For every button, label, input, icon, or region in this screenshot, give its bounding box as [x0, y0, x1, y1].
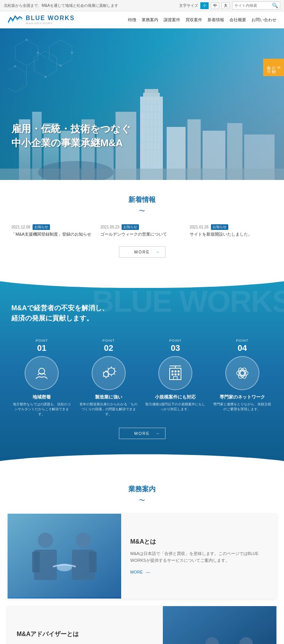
- svg-marker-3: [49, 40, 72, 66]
- font-size-label: 文字サイズ: [179, 3, 198, 8]
- news-item-3: 2021.01.26 お知らせ サイトを新規開設いたしました。: [190, 224, 273, 237]
- point-2-title: 製造業に強い: [95, 394, 122, 400]
- features-section: BLUE WORKS M&Aで経営者の不安を解消し、 経済の発展に貢献します。 …: [0, 273, 284, 469]
- network-icon: [233, 364, 252, 383]
- point-3-desc: 取引価格1億円以下の小規模案件にもしっかり対応します。: [145, 402, 206, 411]
- svg-rect-51: [178, 374, 179, 375]
- point-3-label: POINT: [169, 339, 182, 342]
- font-large-button[interactable]: 大: [222, 2, 230, 9]
- point-4-desc: 専門家と連携をとりながら、依頼主様のご要望を実現します。: [212, 402, 273, 411]
- hero-text: 雇用・伝統・技術をつなぐ 中小企業の事業承継M&A: [11, 122, 131, 150]
- hero-headline1: 雇用・伝統・技術をつなぐ: [11, 122, 131, 136]
- svg-point-55: [240, 371, 245, 375]
- point-1: POINT 01 地域密着 地方都市ならではの課題も、浜松のコンサルタントだから…: [11, 339, 72, 416]
- point-3-number: 03: [171, 343, 180, 353]
- nav-buy[interactable]: 買収案件: [186, 17, 202, 23]
- features-headline: M&Aで経営者の不安を解消し、 経済の発展に貢献します。: [11, 303, 273, 324]
- nav-contact[interactable]: お問い合わせ: [251, 17, 276, 23]
- news-badge-1: お知らせ: [33, 224, 50, 230]
- font-small-button[interactable]: 小: [200, 2, 209, 9]
- point-2-number: 02: [104, 343, 113, 353]
- search-button[interactable]: 🔍: [270, 2, 280, 9]
- news-item-1: 2021.12.09 お知らせ 「M&A支援機関登録制度」登録のお知らせ: [11, 224, 94, 237]
- point-4-number: 04: [238, 343, 247, 353]
- service-more-1[interactable]: MORE: [130, 570, 267, 574]
- hero-section: 雇用・伝統・技術をつなぐ 中小企業の事業承継M&A ✉ お問い合わせ: [0, 28, 284, 180]
- svg-marker-0: [15, 40, 38, 66]
- service-image-1: [8, 514, 121, 599]
- svg-rect-48: [178, 370, 179, 372]
- top-bar-controls: 文字サイズ 小 中 大 🔍: [179, 2, 280, 9]
- gear-icon: [99, 364, 118, 383]
- service-card-1: M&Aとは M&Aは日本語で「合併と買収」を意味します。このページではBLUE …: [8, 514, 276, 599]
- nav-news[interactable]: 新着情報: [208, 17, 224, 23]
- hero-contact-button[interactable]: ✉ お問い合わせ: [263, 59, 284, 76]
- news-more-button[interactable]: MORE: [119, 246, 165, 258]
- point-3-circle: [158, 356, 192, 390]
- points-grid: POINT 01 地域密着 地方都市ならではの課題も、浜松のコンサルタントだから…: [11, 339, 273, 416]
- point-4-title: 専門家のネットワーク: [220, 394, 265, 400]
- point-1-label: POINT: [36, 339, 48, 342]
- news-meta-3: 2021.01.26 お知らせ: [190, 224, 273, 230]
- svg-point-10: [14, 65, 16, 67]
- point-3: POINT 03 小規模案件にも対応 取引価格1億円以下の小規模案件にもしっかり: [145, 339, 206, 416]
- wave-bottom: [0, 454, 284, 469]
- point-1-desc: 地方都市ならではの課題も、浜松のコンサルタントだからこそ解決できます。: [11, 402, 72, 416]
- point-3-title: 小規模案件にも対応: [155, 394, 196, 400]
- nav-sell[interactable]: 譲渡案件: [164, 17, 180, 23]
- search-box: 🔍: [232, 2, 280, 9]
- features-more-button[interactable]: MORE: [119, 428, 165, 439]
- news-section: 新着情報 〜 2021.12.09 お知らせ 「M&A支援機関登録制度」登録のお…: [0, 180, 284, 273]
- logo: BLUE WORKS M&A ADVISORY: [8, 14, 75, 25]
- font-medium-button[interactable]: 中: [211, 2, 219, 9]
- news-meta-2: 2021.05.23 お知らせ: [100, 224, 183, 230]
- svg-point-58: [237, 367, 248, 380]
- news-title: 新着情報: [11, 195, 273, 204]
- news-date-1: 2021.12.09: [11, 225, 30, 229]
- news-title-3: サイトを新規開設いたしました。: [190, 231, 273, 237]
- point-1-number: 01: [37, 343, 46, 353]
- top-bar: 北松坂から全国まで、M&Aを通じて地域と社会の発展に貢献します 文字サイズ 小 …: [0, 0, 284, 11]
- news-date-3: 2021.01.26: [190, 225, 209, 229]
- service-content-2: M&Aアドバイザーとは BLUE WORKSでは、M&Aのアドバイザリー形式と仲…: [8, 606, 163, 644]
- news-title-1: 「M&A支援機関登録制度」登録のお知らせ: [11, 231, 94, 237]
- news-grid: 2021.12.09 お知らせ 「M&A支援機関登録制度」登録のお知らせ 202…: [11, 224, 273, 237]
- service-content-1: M&Aとは M&Aは日本語で「合併と買収」を意味します。このページではBLUE …: [121, 514, 276, 599]
- advisor-svg: [163, 606, 276, 644]
- svg-rect-80: [163, 606, 276, 644]
- hero-headline2: 中小企業の事業承継M&A: [11, 136, 131, 150]
- hero-contact-icon: ✉: [276, 66, 281, 70]
- tagline: 北松坂から全国まで、M&Aを通じて地域と社会の発展に貢献します: [4, 3, 179, 8]
- nav-about[interactable]: 会社概要: [229, 17, 246, 23]
- svg-rect-50: [175, 374, 176, 375]
- services-section: 業務案内 〜: [0, 469, 284, 644]
- svg-point-7: [25, 39, 28, 41]
- hero-contact-label: お問い合わせ: [267, 63, 276, 72]
- features-headline2: 経済の発展に貢献します。: [11, 314, 93, 322]
- main-nav: 特徴 業務案内 譲渡案件 買収案件 新着情報 会社概要 お問い合わせ: [128, 17, 276, 23]
- news-underline: 〜: [11, 207, 273, 215]
- news-title-2: ゴールデンウィークの営業について: [100, 231, 183, 237]
- local-icon: [32, 364, 51, 383]
- nav-features[interactable]: 特徴: [128, 17, 136, 23]
- search-input[interactable]: [233, 3, 270, 8]
- svg-point-44: [108, 368, 115, 375]
- svg-rect-16: [140, 97, 163, 180]
- svg-rect-18: [145, 89, 158, 95]
- point-1-circle: [25, 356, 59, 390]
- service-card-2: M&Aアドバイザーとは BLUE WORKSでは、M&Aのアドバイザリー形式と仲…: [8, 606, 276, 644]
- features-headline1: M&Aで経営者の不安を解消し、: [11, 304, 109, 312]
- point-4: POINT 04 専門家のネットワーク 専門家と連携をとりながら、依頼主様のご要…: [212, 339, 273, 416]
- point-2-desc: 長年の製造業出身だからわかる「ものづくりの現場」の問題も解決できます。: [78, 402, 139, 416]
- point-4-circle: [225, 356, 259, 390]
- nav-services[interactable]: 業務案内: [142, 17, 158, 23]
- news-badge-2: お知らせ: [122, 224, 139, 230]
- svg-rect-49: [172, 374, 173, 375]
- header: BLUE WORKS M&A ADVISORY 特徴 業務案内 譲渡案件 買収案…: [0, 11, 284, 28]
- svg-rect-46: [172, 370, 173, 372]
- point-2: POINT 02 製造業に強い 長年の製造業出身だからわかる「ものづくりの現場」…: [78, 339, 139, 416]
- service-desc-1: M&Aは日本語で「合併と買収」を意味します。このページではBLUE WORKSが…: [130, 550, 267, 564]
- handshake-svg: [8, 514, 121, 597]
- service-image-2: [163, 606, 276, 644]
- logo-sub: M&A ADVISORY: [26, 22, 75, 25]
